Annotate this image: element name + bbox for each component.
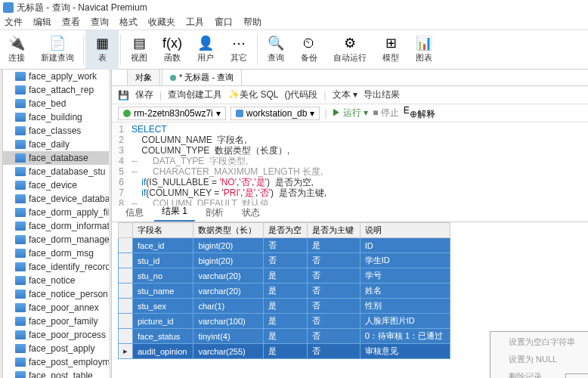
row-marker[interactable] (119, 238, 133, 253)
tool-连接[interactable]: 🔌连接 (0, 30, 33, 70)
table-item[interactable]: face_bed (3, 97, 109, 110)
cell[interactable]: 否 (308, 268, 361, 284)
cell[interactable]: bigint(20) (193, 238, 263, 253)
cell[interactable]: 否 (308, 299, 361, 314)
text-button[interactable]: 文本 ▾ (333, 88, 357, 101)
export-button[interactable]: 导出结果 (364, 88, 400, 101)
cell[interactable]: 否 (308, 284, 361, 299)
table-item[interactable]: face_dorm_msg (3, 246, 109, 260)
run-button[interactable]: ▶ 运行 ▾ (332, 107, 369, 119)
table-item[interactable]: face_post_table (3, 369, 109, 378)
cell[interactable]: 是 (263, 314, 307, 329)
table-item[interactable]: face_daily (3, 138, 109, 151)
cell[interactable]: 是 (308, 238, 361, 253)
cell[interactable]: 否 (308, 329, 361, 344)
result-tab[interactable]: 信息 (118, 204, 151, 222)
menu-格式[interactable]: 格式 (119, 16, 138, 29)
cell[interactable]: varchar(100) (193, 314, 263, 329)
cell[interactable]: 学生ID (360, 253, 450, 268)
cell[interactable]: ID (360, 238, 450, 253)
cell[interactable]: 否 (263, 253, 307, 268)
cell[interactable]: 0：待审核 1：已通过 (360, 329, 450, 344)
server-select[interactable]: rm-2zetn83n05wz7i▾ (118, 107, 226, 120)
cell[interactable]: stu_no (133, 268, 193, 284)
cell[interactable]: 否 (308, 314, 361, 329)
snippet-button[interactable]: ()代码段 (284, 88, 317, 101)
tool-视图[interactable]: ▤视图 (122, 30, 156, 70)
menu-文件[interactable]: 文件 (5, 16, 23, 29)
table-item[interactable]: face_database_stu (3, 165, 109, 178)
cell[interactable]: 是 (263, 344, 307, 359)
cell[interactable]: face_id (133, 238, 193, 253)
cell[interactable]: 人脸库图片ID (360, 314, 450, 329)
menu-查询[interactable]: 查询 (91, 16, 109, 29)
tab[interactable]: * 无标题 - 查询 (162, 70, 242, 85)
beautify-button[interactable]: ✨美化 SQL (228, 88, 278, 101)
col-header[interactable]: 是否为主键 (308, 223, 361, 238)
table-item[interactable]: face_device (3, 178, 109, 192)
row-marker[interactable]: ▸ (119, 344, 133, 359)
cell[interactable]: 学号 (360, 268, 450, 284)
table-item[interactable]: face_post_apply (3, 342, 109, 355)
table-item[interactable]: face_attach_rep (3, 83, 109, 97)
table-item[interactable]: face_notice_person (3, 287, 109, 301)
cell[interactable]: tinyint(4) (193, 329, 263, 344)
table-item[interactable]: face_dorm_information (3, 219, 109, 233)
tab[interactable]: 对象 (127, 70, 160, 85)
cell[interactable]: varchar(20) (193, 284, 263, 299)
cell[interactable]: varchar(255) (193, 344, 263, 359)
table-item[interactable]: face_database (3, 151, 109, 165)
row-marker[interactable] (119, 253, 133, 268)
cell[interactable]: 否 (308, 344, 361, 359)
cell[interactable]: audit_opinion (133, 344, 193, 359)
table-item[interactable]: face_building (3, 110, 109, 124)
menu-帮助[interactable]: 帮助 (243, 16, 262, 29)
result-tab[interactable]: 状态 (234, 204, 268, 222)
cell[interactable]: picture_id (133, 314, 193, 329)
tool-图表[interactable]: 📊图表 (407, 30, 441, 70)
cell[interactable]: stu_name (133, 284, 193, 299)
db-select[interactable]: workstation_db▾ (231, 107, 320, 120)
tool-表[interactable]: ▦表 (85, 30, 119, 70)
table-item[interactable]: face_classes (3, 124, 109, 138)
query-builder-button[interactable]: 查询创建工具 (168, 88, 222, 101)
tool-新建查询[interactable]: 📄新建查询 (33, 30, 82, 70)
tool-自动运行[interactable]: ⚙自动运行 (326, 30, 374, 70)
table-item[interactable]: face_poor_annex (3, 301, 109, 314)
table-item[interactable]: face_notice (3, 274, 109, 287)
cell[interactable]: bigint(20) (193, 253, 263, 268)
tool-备份[interactable]: ⏲备份 (292, 30, 326, 70)
table-item[interactable]: face_device_database (3, 192, 109, 206)
result-tab[interactable]: 剖析 (198, 204, 231, 222)
table-item[interactable]: face_poor_process (3, 328, 109, 342)
table-item[interactable]: face_apply_work (3, 70, 109, 83)
cell[interactable]: varchar(20) (193, 268, 263, 284)
tool-函数[interactable]: f(x)函数 (156, 30, 189, 70)
row-marker[interactable] (119, 329, 133, 344)
save-button[interactable]: 保存 (135, 88, 153, 101)
menu-收藏夹[interactable]: 收藏夹 (148, 16, 175, 29)
table-item[interactable]: face_dorm_manager (3, 233, 109, 246)
col-header[interactable]: 是否为空 (263, 223, 307, 238)
cell[interactable]: 是 (263, 299, 307, 314)
col-header[interactable]: 说明 (360, 223, 450, 238)
cell[interactable]: stu_sex (133, 299, 193, 314)
cell[interactable]: face_status (133, 329, 193, 344)
table-item[interactable]: face_post_employment (3, 355, 109, 369)
tool-查询[interactable]: 🔍查询 (259, 30, 292, 70)
cell[interactable]: char(1) (193, 299, 263, 314)
menu-查看[interactable]: 查看 (62, 16, 80, 29)
table-item[interactable]: face_poor_family (3, 314, 109, 328)
table-item[interactable]: face_dorm_apply_file (3, 206, 109, 219)
cell[interactable]: 审核意见 (360, 344, 450, 359)
cell[interactable]: 否 (263, 238, 307, 253)
col-header[interactable]: 字段名 (133, 223, 193, 238)
cell[interactable]: 是 (263, 329, 307, 344)
row-marker[interactable] (119, 314, 133, 329)
code-editor[interactable]: 123456789 SELECT COLUMN_NAME 字段名, COLUMN… (112, 122, 588, 206)
cell[interactable]: 姓名 (360, 284, 450, 299)
menu-编辑[interactable]: 编辑 (33, 16, 51, 29)
cell[interactable]: 是 (263, 284, 307, 299)
cell[interactable]: 是 (263, 268, 307, 284)
tool-模型[interactable]: ⊞模型 (374, 30, 407, 70)
